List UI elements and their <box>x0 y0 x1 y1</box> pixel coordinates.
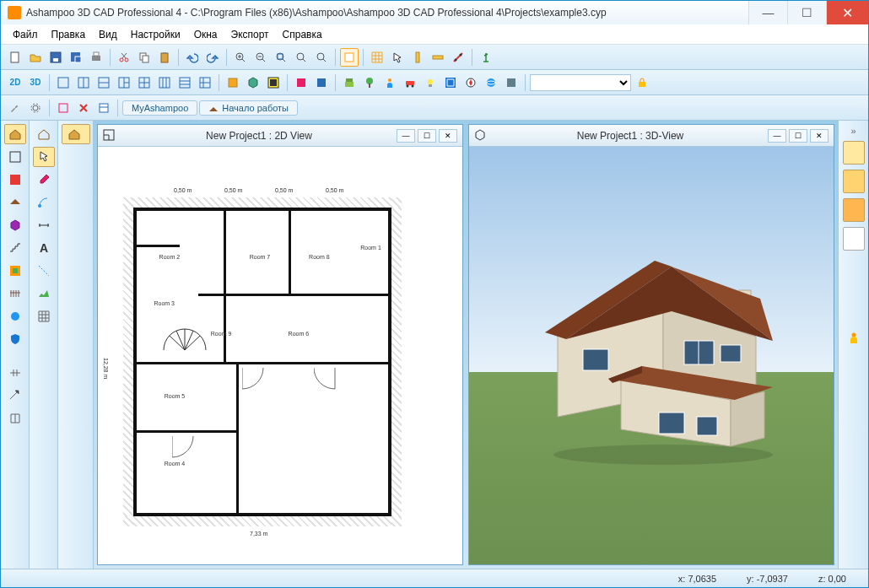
zoom-window-icon[interactable] <box>292 48 310 67</box>
guide-tool-icon[interactable] <box>33 261 55 281</box>
layout-4-icon[interactable] <box>135 73 154 92</box>
blueprint-icon[interactable] <box>441 73 460 92</box>
new-file-icon[interactable] <box>6 48 24 67</box>
roof-tool-icon[interactable] <box>4 192 26 213</box>
wall-split-icon[interactable] <box>4 408 26 429</box>
wall-edit-icon[interactable] <box>4 363 26 383</box>
render-icon[interactable] <box>264 73 283 92</box>
viewport-3d-canvas[interactable] <box>469 147 834 564</box>
camera-path-icon[interactable] <box>33 192 55 213</box>
stairs-tool-icon[interactable] <box>4 238 26 258</box>
grid-icon[interactable] <box>368 48 386 67</box>
building-mode-icon[interactable] <box>62 124 90 144</box>
zoom-out-icon[interactable] <box>251 48 270 67</box>
color-icon[interactable] <box>312 73 331 92</box>
vp-maximize-icon[interactable]: ☐ <box>789 129 807 143</box>
view-2d-button[interactable]: 2D <box>6 73 24 92</box>
objects-tab-icon[interactable] <box>843 198 865 222</box>
wall-tool-icon[interactable] <box>4 147 26 167</box>
viewport-2d-canvas[interactable]: Room 2 Room 3 Room 7 Room 8 Room 1 Room … <box>98 147 462 564</box>
layer-combo[interactable] <box>530 74 631 91</box>
myashampoo-link[interactable]: MyAshampoo <box>122 100 197 116</box>
snap-icon[interactable] <box>449 48 467 67</box>
survey-icon[interactable] <box>477 48 495 67</box>
menu-edit[interactable]: Правка <box>45 26 93 43</box>
layout-3-icon[interactable] <box>115 73 133 92</box>
plant-icon[interactable] <box>360 73 379 92</box>
paste-icon[interactable] <box>155 48 174 67</box>
layout-7-icon[interactable] <box>196 73 214 92</box>
light-icon[interactable] <box>421 73 440 92</box>
cursor-select-icon[interactable] <box>388 48 407 67</box>
person-icon[interactable] <box>381 73 399 92</box>
layout-6-icon[interactable] <box>175 73 194 92</box>
compass-icon[interactable] <box>461 73 480 92</box>
3d-tool-icon[interactable] <box>4 215 26 235</box>
ruler-v-icon[interactable] <box>408 48 427 67</box>
layout-2h-icon[interactable] <box>74 73 93 92</box>
car-icon[interactable] <box>401 73 419 92</box>
wrench-icon[interactable] <box>6 99 24 117</box>
vp-close-icon[interactable]: ✕ <box>439 129 457 143</box>
print-icon[interactable] <box>87 48 105 67</box>
vp-minimize-icon[interactable]: — <box>768 129 786 143</box>
vp-minimize-icon[interactable]: — <box>397 129 415 143</box>
maximize-button[interactable]: ☐ <box>787 1 826 24</box>
section-icon[interactable] <box>502 73 521 92</box>
wall-join-icon[interactable] <box>4 386 26 406</box>
color-picker-icon[interactable] <box>33 170 55 190</box>
house-tool-icon[interactable] <box>4 124 26 144</box>
cube-icon[interactable] <box>244 73 262 92</box>
menu-file[interactable]: Файл <box>6 26 45 43</box>
floor-tool-icon[interactable] <box>33 124 55 144</box>
save-icon[interactable] <box>46 48 65 67</box>
redo-icon[interactable] <box>203 48 222 67</box>
red-tool-icon[interactable] <box>4 170 26 190</box>
minimize-button[interactable]: — <box>748 1 787 24</box>
furniture-icon[interactable] <box>340 73 359 92</box>
texture-tool-icon[interactable] <box>4 261 26 281</box>
zoom-fit-icon[interactable] <box>272 48 290 67</box>
shape-tool-icon[interactable] <box>4 306 26 326</box>
menu-help[interactable]: Справка <box>276 26 329 43</box>
zoom-in-icon[interactable] <box>231 48 250 67</box>
vp-maximize-icon[interactable]: ☐ <box>418 129 436 143</box>
menu-settings[interactable]: Настройки <box>124 26 187 43</box>
object-browser-icon[interactable] <box>224 73 242 92</box>
person-catalog-icon[interactable] <box>845 328 863 347</box>
preview-icon[interactable] <box>340 48 359 67</box>
menu-view[interactable]: Вид <box>92 26 124 43</box>
terrain-tool-icon[interactable] <box>33 283 55 304</box>
zoom-all-icon[interactable] <box>312 48 331 67</box>
delete-icon[interactable] <box>74 99 93 117</box>
view-3d-button[interactable]: 3D <box>26 73 45 92</box>
layout-icon[interactable] <box>54 73 73 92</box>
material-icon[interactable] <box>292 73 310 92</box>
copy-icon[interactable] <box>135 48 154 67</box>
vp-close-icon[interactable]: ✕ <box>810 129 829 143</box>
close-button[interactable]: ✕ <box>826 1 868 24</box>
properties-icon[interactable] <box>94 99 113 117</box>
globe-icon[interactable] <box>482 73 500 92</box>
edit-icon[interactable] <box>54 99 73 117</box>
expand-icon[interactable]: » <box>850 126 856 136</box>
shield-tool-icon[interactable] <box>4 329 26 349</box>
options-icon[interactable] <box>26 99 45 117</box>
text-tool-icon[interactable]: A <box>33 238 55 258</box>
layer-lock-icon[interactable] <box>633 73 651 92</box>
menu-export[interactable]: Экспорт <box>224 26 276 43</box>
open-file-icon[interactable] <box>26 48 45 67</box>
save-as-icon[interactable] <box>67 48 85 67</box>
fence-tool-icon[interactable] <box>4 283 26 304</box>
ruler-h-icon[interactable] <box>429 48 447 67</box>
dimension-icon[interactable] <box>33 215 55 235</box>
materials-tab-icon[interactable] <box>843 170 865 193</box>
catalog-tab-icon[interactable] <box>843 141 865 165</box>
grid-tool-icon[interactable] <box>33 306 55 326</box>
getting-started-link[interactable]: Начало работы <box>199 100 298 116</box>
select-tool-icon[interactable] <box>33 147 55 167</box>
layout-2v-icon[interactable] <box>94 73 113 92</box>
undo-icon[interactable] <box>183 48 202 67</box>
layers-tab-icon[interactable] <box>843 227 865 251</box>
layout-5-icon[interactable] <box>155 73 174 92</box>
